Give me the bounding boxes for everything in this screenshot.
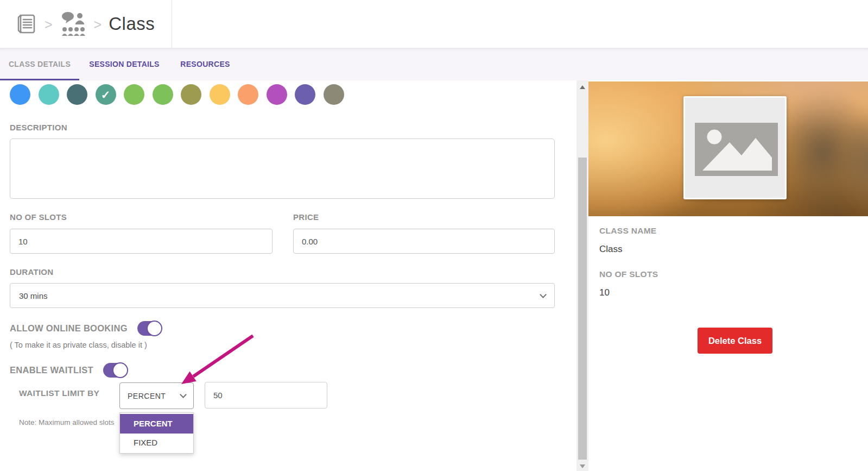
class-editor-screen: > > Class CLASS DETAILS xyxy=(0,0,868,471)
waitlist-limit-dropdown: PERCENT FIXED xyxy=(119,412,194,454)
color-swatch[interactable] xyxy=(124,84,144,105)
chevron-down-icon xyxy=(180,391,187,398)
description-input[interactable] xyxy=(10,139,555,199)
class-details-form: ✓ DESCRIPTION NO OF SLOTS PRICE DURATION… xyxy=(0,80,576,471)
page-title: Class xyxy=(109,14,155,34)
tab-label: SESSION DETAILS xyxy=(89,60,159,68)
delete-class-button[interactable]: Delete Class xyxy=(698,328,772,354)
tab-session-details[interactable]: SESSION DETAILS xyxy=(79,48,169,80)
news-icon[interactable] xyxy=(14,12,37,35)
tab-resources[interactable]: RESOURCES xyxy=(169,48,241,80)
waitlist-limit-amount-input[interactable] xyxy=(205,382,327,409)
private-class-hint: ( To make it as private class, disable i… xyxy=(10,341,147,349)
duration-label: DURATION xyxy=(10,267,53,277)
enable-waitlist-label: ENABLE WAITLIST xyxy=(10,365,93,375)
color-picker: ✓ xyxy=(10,84,344,105)
tab-bar: CLASS DETAILS SESSION DETAILS RESOURCES xyxy=(0,48,868,80)
waitlist-limit-select[interactable]: PERCENT xyxy=(119,382,194,409)
color-swatch[interactable] xyxy=(324,84,344,105)
classes-icon[interactable] xyxy=(60,10,87,37)
dropdown-option-percent[interactable]: PERCENT xyxy=(120,414,193,434)
color-swatch[interactable] xyxy=(10,84,30,105)
color-swatch[interactable] xyxy=(238,84,258,105)
breadcrumb-separator: > xyxy=(94,17,102,33)
image-placeholder-icon xyxy=(695,123,778,176)
image-placeholder-card[interactable] xyxy=(683,96,787,199)
check-icon: ✓ xyxy=(101,89,111,101)
class-summary-panel: CLASS NAME Class NO OF SLOTS 10 Delete C… xyxy=(588,80,868,471)
duration-select[interactable]: 30 mins xyxy=(10,283,555,308)
scroll-down-arrow-icon[interactable] xyxy=(580,464,585,468)
class-photo xyxy=(588,81,868,216)
no-of-slots-input[interactable] xyxy=(10,229,273,254)
color-swatch[interactable] xyxy=(67,84,87,105)
color-swatch[interactable] xyxy=(39,84,59,105)
toggle-knob xyxy=(147,321,162,336)
color-swatch[interactable] xyxy=(295,84,315,105)
tab-label: RESOURCES xyxy=(180,60,230,68)
color-swatch[interactable] xyxy=(153,84,173,105)
vertical-scrollbar[interactable] xyxy=(576,80,588,471)
color-swatch[interactable] xyxy=(181,84,201,105)
panel-no-of-slots-value: 10 xyxy=(599,287,610,298)
duration-value: 30 mins xyxy=(19,291,48,300)
class-name-value: Class xyxy=(599,244,623,255)
description-label: DESCRIPTION xyxy=(10,123,67,132)
breadcrumb-separator: > xyxy=(45,17,53,33)
chevron-down-icon xyxy=(540,291,547,298)
scrollbar-thumb[interactable] xyxy=(578,158,587,460)
toggle-knob xyxy=(112,362,128,378)
note-text: Note: Maximum allowed slots xyxy=(19,418,115,426)
enable-waitlist-toggle[interactable] xyxy=(103,363,127,378)
waitlist-limit-value: PERCENT xyxy=(128,392,166,400)
panel-no-of-slots-label: NO OF SLOTS xyxy=(599,269,658,279)
color-swatch[interactable] xyxy=(267,84,287,105)
class-name-label: CLASS NAME xyxy=(599,226,656,236)
breadcrumb: > > Class xyxy=(14,0,155,48)
waitlist-limit-by-label: WAITLIST LIMIT BY xyxy=(19,388,99,398)
price-label: PRICE xyxy=(293,212,319,222)
color-swatch-selected[interactable]: ✓ xyxy=(96,84,116,105)
allow-online-booking-toggle[interactable] xyxy=(137,321,161,336)
scroll-up-arrow-icon[interactable] xyxy=(580,85,585,89)
tab-class-details[interactable]: CLASS DETAILS xyxy=(0,48,79,80)
header-divider xyxy=(172,0,172,48)
header: > > Class xyxy=(0,0,868,48)
color-swatch[interactable] xyxy=(210,84,230,105)
dropdown-option-fixed[interactable]: FIXED xyxy=(120,434,193,451)
price-input[interactable] xyxy=(293,229,555,254)
allow-online-booking-label: ALLOW ONLINE BOOKING xyxy=(10,323,128,334)
no-of-slots-label: NO OF SLOTS xyxy=(10,212,67,222)
tab-label: CLASS DETAILS xyxy=(9,60,71,68)
